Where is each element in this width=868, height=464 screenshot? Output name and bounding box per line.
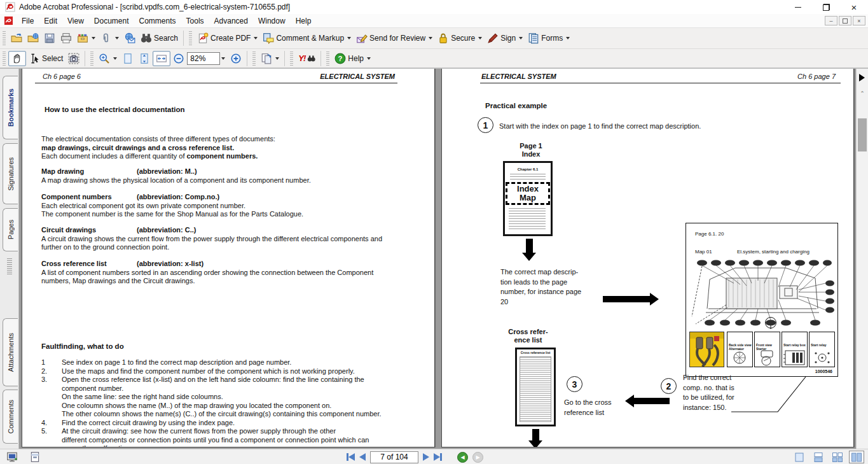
index-chapter-label: Chapter 6.1 [505, 167, 551, 171]
step-3-badge: 3 [567, 376, 582, 392]
first-page-button[interactable] [347, 453, 355, 461]
scrollbar-thumb[interactable] [858, 118, 867, 151]
toolbar-grip[interactable] [252, 52, 256, 66]
page-header-left: Ch 6 page 6 [43, 73, 81, 80]
page-navigation: ◀ ▶ [347, 449, 483, 464]
doc-minimize-button[interactable]: – [825, 16, 837, 25]
panel-label: Start relay box [783, 343, 806, 347]
menu-advanced[interactable]: Advanced [209, 15, 253, 27]
main-area: Bookmarks Signatures Pages Attachments C… [0, 68, 868, 449]
zoom-tool-button[interactable] [96, 52, 120, 66]
page-header-right: Ch 6 page 7 [797, 73, 836, 80]
list-item: 5.At the circuit drawing: see how the cu… [41, 427, 412, 447]
fit-width-button[interactable] [153, 51, 170, 66]
fit-height-button[interactable] [136, 52, 153, 66]
menu-comments[interactable]: Comments [134, 15, 181, 27]
hand-tool-button[interactable] [8, 51, 26, 66]
forms-button[interactable]: Forms [525, 31, 572, 45]
last-page-button[interactable] [434, 453, 442, 461]
help-label: Help [348, 54, 364, 63]
tab-comments[interactable]: Comments [3, 390, 18, 444]
secure-button[interactable]: Secure [435, 31, 485, 45]
facing-layout-button[interactable] [849, 451, 864, 463]
continuous-facing-layout-button[interactable] [830, 451, 845, 463]
menu-edit[interactable]: Edit [39, 15, 62, 27]
toolbar-grip[interactable] [189, 31, 192, 45]
toolbar-grip[interactable] [326, 52, 329, 66]
doc-restore-button[interactable] [839, 16, 851, 25]
open-web-button[interactable] [25, 31, 41, 45]
vertical-scrollbar[interactable]: ⌃ [856, 69, 868, 449]
tab-comments-label: Comments [7, 400, 15, 433]
map-schematic-drawing [689, 258, 836, 329]
select-tool-button[interactable]: Select [26, 52, 65, 66]
page-size-icon[interactable] [29, 451, 41, 463]
menu-window[interactable]: Window [253, 15, 291, 27]
yahoo-binoculars-icon [307, 54, 315, 62]
page-navigation-button[interactable] [258, 52, 282, 66]
single-page-layout-button[interactable] [792, 451, 807, 463]
create-pdf-icon [197, 32, 209, 44]
reading-mode-icon[interactable] [6, 451, 18, 463]
next-view-button[interactable]: ▶ [472, 452, 483, 463]
pane-resize-grip[interactable] [7, 258, 12, 275]
next-page-button[interactable] [423, 453, 429, 461]
zoom-dropdown-arrow-icon[interactable] [221, 57, 225, 60]
document-area[interactable]: Ch 6 page 6 ELECTRICAL SYSTEM How to use… [19, 69, 856, 449]
folder-globe-icon [27, 32, 39, 44]
index-thumb-label: Page 1 Index [502, 142, 560, 158]
tab-signatures[interactable]: Signatures [3, 143, 18, 204]
search-button[interactable]: Search [138, 31, 181, 45]
send-for-review-button[interactable]: Send for Review [354, 31, 435, 45]
menu-file[interactable]: File [17, 15, 39, 27]
section-title: Practical example [485, 102, 547, 109]
previous-view-button[interactable]: ◀ [457, 452, 468, 463]
menu-tools[interactable]: Tools [181, 15, 209, 27]
connector-line [728, 373, 811, 418]
thumb-text-lines [510, 174, 546, 181]
fit-page-icon [122, 53, 134, 64]
yahoo-search-button[interactable]: Y! [296, 52, 318, 64]
previous-page-button[interactable] [359, 453, 366, 461]
menu-document[interactable]: Document [89, 15, 134, 27]
scroll-up-icon[interactable]: ⌃ [857, 90, 868, 97]
save-button[interactable] [41, 31, 58, 45]
attach-button[interactable] [98, 31, 121, 45]
menu-help[interactable]: Help [291, 15, 317, 27]
restore-button[interactable] [812, 0, 840, 14]
email-button[interactable] [121, 31, 138, 45]
definition-component-numbers: Component numbers(abbreviation: Comp.no.… [41, 193, 409, 219]
show-pane-arrow-icon[interactable] [859, 74, 865, 81]
continuous-layout-button[interactable] [811, 451, 826, 463]
tab-pages[interactable]: Pages [3, 208, 18, 251]
toolbar-grip[interactable] [290, 52, 293, 66]
help-button[interactable]: ?Help [332, 52, 373, 66]
index-caption: The correct map descrip- tion leads to t… [500, 267, 605, 307]
sign-button[interactable]: Sign [485, 31, 525, 45]
panel-starter: Front view Starter [754, 332, 780, 367]
tab-attachments[interactable]: Attachments [3, 318, 18, 386]
component-photo [689, 332, 724, 367]
print-button[interactable] [58, 31, 74, 45]
comment-markup-button[interactable]: Comment & Markup [260, 31, 354, 45]
toolbar-grip[interactable] [3, 52, 6, 66]
open-button[interactable] [8, 31, 25, 45]
create-pdf-button[interactable]: Create PDF [195, 31, 260, 45]
tab-bookmarks[interactable]: Bookmarks [3, 76, 18, 139]
zoom-level-input[interactable] [187, 52, 220, 65]
close-button[interactable]: × [840, 0, 868, 14]
toolbar-grip[interactable] [90, 52, 93, 66]
fit-page-button[interactable] [120, 52, 136, 66]
minimize-button[interactable] [784, 0, 812, 14]
page-indicator-input[interactable] [370, 451, 418, 463]
faultfinding-list: 1See index on page 1 to find the correct… [41, 358, 412, 447]
zoom-in-button[interactable] [228, 52, 244, 66]
sign-label: Sign [500, 34, 516, 43]
toolbar-grip[interactable] [3, 31, 6, 45]
doc-close-button[interactable]: × [853, 16, 865, 25]
zoom-out-button[interactable] [170, 52, 187, 66]
snapshot-tool-button[interactable] [65, 52, 82, 66]
thumb-text-lines [509, 208, 546, 229]
organizer-button[interactable] [74, 31, 98, 45]
menu-view[interactable]: View [62, 15, 89, 27]
